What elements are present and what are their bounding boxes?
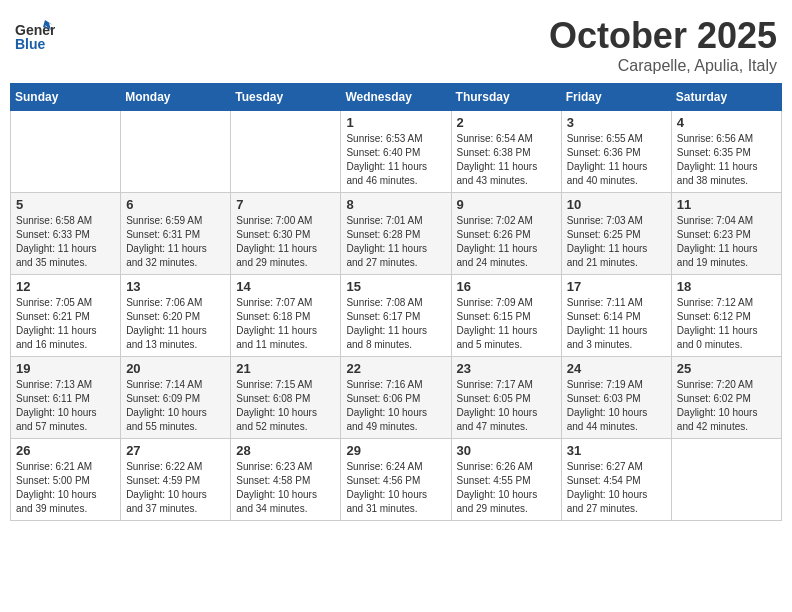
day-info: Sunrise: 6:22 AM Sunset: 4:59 PM Dayligh…: [126, 460, 225, 516]
weekday-friday: Friday: [561, 84, 671, 111]
day-cell: 6Sunrise: 6:59 AM Sunset: 6:31 PM Daylig…: [121, 193, 231, 275]
day-cell: 27Sunrise: 6:22 AM Sunset: 4:59 PM Dayli…: [121, 439, 231, 521]
day-cell: 12Sunrise: 7:05 AM Sunset: 6:21 PM Dayli…: [11, 275, 121, 357]
weekday-monday: Monday: [121, 84, 231, 111]
day-number: 7: [236, 197, 335, 212]
day-number: 25: [677, 361, 776, 376]
day-number: 1: [346, 115, 445, 130]
day-number: 2: [457, 115, 556, 130]
day-cell: 1Sunrise: 6:53 AM Sunset: 6:40 PM Daylig…: [341, 111, 451, 193]
day-cell: 2Sunrise: 6:54 AM Sunset: 6:38 PM Daylig…: [451, 111, 561, 193]
day-number: 22: [346, 361, 445, 376]
day-info: Sunrise: 6:59 AM Sunset: 6:31 PM Dayligh…: [126, 214, 225, 270]
day-cell: 30Sunrise: 6:26 AM Sunset: 4:55 PM Dayli…: [451, 439, 561, 521]
day-info: Sunrise: 6:23 AM Sunset: 4:58 PM Dayligh…: [236, 460, 335, 516]
day-number: 8: [346, 197, 445, 212]
day-cell: 19Sunrise: 7:13 AM Sunset: 6:11 PM Dayli…: [11, 357, 121, 439]
day-number: 23: [457, 361, 556, 376]
day-info: Sunrise: 6:27 AM Sunset: 4:54 PM Dayligh…: [567, 460, 666, 516]
week-row-1: 1Sunrise: 6:53 AM Sunset: 6:40 PM Daylig…: [11, 111, 782, 193]
day-number: 31: [567, 443, 666, 458]
day-cell: 31Sunrise: 6:27 AM Sunset: 4:54 PM Dayli…: [561, 439, 671, 521]
day-info: Sunrise: 7:04 AM Sunset: 6:23 PM Dayligh…: [677, 214, 776, 270]
day-cell: 10Sunrise: 7:03 AM Sunset: 6:25 PM Dayli…: [561, 193, 671, 275]
day-info: Sunrise: 7:03 AM Sunset: 6:25 PM Dayligh…: [567, 214, 666, 270]
week-row-5: 26Sunrise: 6:21 AM Sunset: 5:00 PM Dayli…: [11, 439, 782, 521]
day-number: 21: [236, 361, 335, 376]
month-title: October 2025: [549, 15, 777, 57]
weekday-thursday: Thursday: [451, 84, 561, 111]
day-number: 6: [126, 197, 225, 212]
day-info: Sunrise: 7:16 AM Sunset: 6:06 PM Dayligh…: [346, 378, 445, 434]
day-number: 19: [16, 361, 115, 376]
day-number: 10: [567, 197, 666, 212]
day-info: Sunrise: 6:55 AM Sunset: 6:36 PM Dayligh…: [567, 132, 666, 188]
day-number: 11: [677, 197, 776, 212]
day-info: Sunrise: 7:00 AM Sunset: 6:30 PM Dayligh…: [236, 214, 335, 270]
weekday-sunday: Sunday: [11, 84, 121, 111]
day-cell: 26Sunrise: 6:21 AM Sunset: 5:00 PM Dayli…: [11, 439, 121, 521]
day-info: Sunrise: 6:56 AM Sunset: 6:35 PM Dayligh…: [677, 132, 776, 188]
day-cell: [121, 111, 231, 193]
day-number: 16: [457, 279, 556, 294]
day-cell: 14Sunrise: 7:07 AM Sunset: 6:18 PM Dayli…: [231, 275, 341, 357]
day-cell: 29Sunrise: 6:24 AM Sunset: 4:56 PM Dayli…: [341, 439, 451, 521]
day-number: 30: [457, 443, 556, 458]
day-cell: 3Sunrise: 6:55 AM Sunset: 6:36 PM Daylig…: [561, 111, 671, 193]
day-number: 4: [677, 115, 776, 130]
day-number: 26: [16, 443, 115, 458]
day-cell: 8Sunrise: 7:01 AM Sunset: 6:28 PM Daylig…: [341, 193, 451, 275]
day-cell: 25Sunrise: 7:20 AM Sunset: 6:02 PM Dayli…: [671, 357, 781, 439]
day-info: Sunrise: 7:06 AM Sunset: 6:20 PM Dayligh…: [126, 296, 225, 352]
calendar-table: SundayMondayTuesdayWednesdayThursdayFrid…: [10, 83, 782, 521]
day-info: Sunrise: 6:24 AM Sunset: 4:56 PM Dayligh…: [346, 460, 445, 516]
day-cell: 5Sunrise: 6:58 AM Sunset: 6:33 PM Daylig…: [11, 193, 121, 275]
week-row-2: 5Sunrise: 6:58 AM Sunset: 6:33 PM Daylig…: [11, 193, 782, 275]
weekday-saturday: Saturday: [671, 84, 781, 111]
page-header: General Blue October 2025 Carapelle, Apu…: [10, 10, 782, 75]
day-info: Sunrise: 7:07 AM Sunset: 6:18 PM Dayligh…: [236, 296, 335, 352]
day-number: 9: [457, 197, 556, 212]
day-info: Sunrise: 6:58 AM Sunset: 6:33 PM Dayligh…: [16, 214, 115, 270]
day-cell: 15Sunrise: 7:08 AM Sunset: 6:17 PM Dayli…: [341, 275, 451, 357]
day-number: 14: [236, 279, 335, 294]
day-number: 3: [567, 115, 666, 130]
day-info: Sunrise: 7:17 AM Sunset: 6:05 PM Dayligh…: [457, 378, 556, 434]
day-cell: 18Sunrise: 7:12 AM Sunset: 6:12 PM Dayli…: [671, 275, 781, 357]
calendar-body: 1Sunrise: 6:53 AM Sunset: 6:40 PM Daylig…: [11, 111, 782, 521]
day-cell: 21Sunrise: 7:15 AM Sunset: 6:08 PM Dayli…: [231, 357, 341, 439]
day-info: Sunrise: 7:13 AM Sunset: 6:11 PM Dayligh…: [16, 378, 115, 434]
day-number: 28: [236, 443, 335, 458]
day-info: Sunrise: 7:02 AM Sunset: 6:26 PM Dayligh…: [457, 214, 556, 270]
day-cell: [671, 439, 781, 521]
week-row-3: 12Sunrise: 7:05 AM Sunset: 6:21 PM Dayli…: [11, 275, 782, 357]
day-info: Sunrise: 7:01 AM Sunset: 6:28 PM Dayligh…: [346, 214, 445, 270]
day-info: Sunrise: 7:20 AM Sunset: 6:02 PM Dayligh…: [677, 378, 776, 434]
day-cell: 11Sunrise: 7:04 AM Sunset: 6:23 PM Dayli…: [671, 193, 781, 275]
day-cell: 23Sunrise: 7:17 AM Sunset: 6:05 PM Dayli…: [451, 357, 561, 439]
day-number: 24: [567, 361, 666, 376]
day-number: 17: [567, 279, 666, 294]
day-number: 27: [126, 443, 225, 458]
day-cell: 9Sunrise: 7:02 AM Sunset: 6:26 PM Daylig…: [451, 193, 561, 275]
day-cell: 17Sunrise: 7:11 AM Sunset: 6:14 PM Dayli…: [561, 275, 671, 357]
day-number: 15: [346, 279, 445, 294]
day-cell: 16Sunrise: 7:09 AM Sunset: 6:15 PM Dayli…: [451, 275, 561, 357]
day-cell: 22Sunrise: 7:16 AM Sunset: 6:06 PM Dayli…: [341, 357, 451, 439]
day-info: Sunrise: 7:12 AM Sunset: 6:12 PM Dayligh…: [677, 296, 776, 352]
weekday-wednesday: Wednesday: [341, 84, 451, 111]
day-number: 13: [126, 279, 225, 294]
weekday-tuesday: Tuesday: [231, 84, 341, 111]
day-info: Sunrise: 6:54 AM Sunset: 6:38 PM Dayligh…: [457, 132, 556, 188]
day-cell: 13Sunrise: 7:06 AM Sunset: 6:20 PM Dayli…: [121, 275, 231, 357]
logo: General Blue: [15, 15, 55, 59]
day-cell: [231, 111, 341, 193]
day-info: Sunrise: 6:26 AM Sunset: 4:55 PM Dayligh…: [457, 460, 556, 516]
day-info: Sunrise: 7:11 AM Sunset: 6:14 PM Dayligh…: [567, 296, 666, 352]
logo-icon: General Blue: [15, 15, 55, 55]
day-cell: 28Sunrise: 6:23 AM Sunset: 4:58 PM Dayli…: [231, 439, 341, 521]
day-number: 20: [126, 361, 225, 376]
svg-text:Blue: Blue: [15, 36, 46, 52]
location-title: Carapelle, Apulia, Italy: [549, 57, 777, 75]
day-info: Sunrise: 7:15 AM Sunset: 6:08 PM Dayligh…: [236, 378, 335, 434]
